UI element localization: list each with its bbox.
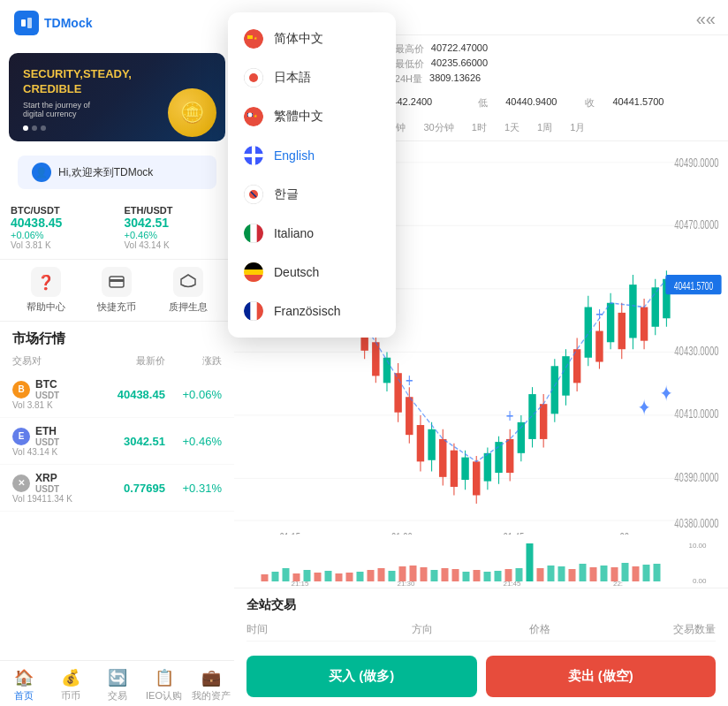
quick-pledge[interactable]: 质押生息 bbox=[153, 267, 224, 314]
svg-text:40470.0000: 40470.0000 bbox=[674, 217, 718, 232]
svg-rect-51 bbox=[406, 397, 413, 435]
btc-icon: B bbox=[12, 381, 30, 399]
stat-vol-val: 3809.13626 bbox=[429, 72, 481, 86]
list-item[interactable]: ✕ XRP USDT Vol 19411.34 K 0.77695 +0.31% bbox=[0, 465, 234, 512]
nav-coins[interactable]: 💰 币币 bbox=[47, 668, 94, 702]
ticker-btc-change: +0.06% bbox=[11, 230, 110, 240]
svg-rect-132 bbox=[527, 543, 534, 581]
tab-1w[interactable]: 1周 bbox=[530, 118, 559, 137]
svg-rect-116 bbox=[357, 572, 364, 581]
svg-rect-119 bbox=[389, 571, 396, 581]
list-item[interactable]: B BTC USDT Vol 3.81 K 40438.45 +0.06% bbox=[0, 371, 234, 418]
svg-rect-144 bbox=[654, 564, 661, 581]
svg-text:+: + bbox=[595, 303, 603, 325]
back-icon[interactable]: «« bbox=[696, 9, 716, 29]
nav-assets-label: 我的资产 bbox=[192, 689, 231, 702]
quick-help[interactable]: ❓ 帮助中心 bbox=[11, 267, 81, 314]
svg-rect-3 bbox=[110, 279, 124, 282]
eth-icon: E bbox=[12, 428, 30, 445]
nav-coins-label: 币币 bbox=[61, 689, 80, 702]
svg-rect-122 bbox=[421, 567, 428, 581]
tab-1d[interactable]: 1天 bbox=[497, 118, 527, 137]
ticker-eth-price: 3042.51 bbox=[125, 216, 224, 230]
lang-korean[interactable]: 한글 bbox=[228, 175, 396, 214]
buy-button[interactable]: 买入 (做多) bbox=[246, 656, 477, 697]
eth-change: +0.46% bbox=[165, 435, 222, 448]
btc-change: +0.06% bbox=[165, 388, 222, 401]
lang-japanese-label: 日本語 bbox=[274, 70, 311, 86]
lang-german[interactable]: Deutsch bbox=[228, 253, 396, 292]
list-item[interactable]: E ETH USDT Vol 43.14 K 3042.51 +0.46% bbox=[0, 418, 234, 465]
svg-rect-138 bbox=[590, 567, 597, 581]
svg-rect-126 bbox=[463, 572, 470, 581]
ticker-eth-change: +0.46% bbox=[125, 230, 224, 240]
svg-rect-59 bbox=[451, 451, 458, 487]
quick-pledge-label: 质押生息 bbox=[169, 300, 208, 314]
quick-recharge[interactable]: 快捷充币 bbox=[81, 267, 152, 314]
recharge-icon bbox=[102, 267, 132, 297]
xrp-icon: ✕ bbox=[12, 474, 30, 492]
ticker-eth-pair: ETH/USDT bbox=[125, 205, 224, 216]
svg-rect-137 bbox=[580, 564, 587, 581]
market-col-pair: 交易对 bbox=[12, 354, 80, 368]
svg-rect-67 bbox=[495, 442, 502, 473]
nav-trade[interactable]: 🔄 交易 bbox=[94, 668, 140, 702]
nav-home[interactable]: 🏠 首页 bbox=[0, 668, 47, 702]
lang-english-label: English bbox=[274, 148, 315, 163]
svg-rect-91 bbox=[629, 285, 636, 338]
welcome-bar: 👤 Hi,欢迎来到TDMock bbox=[18, 156, 216, 189]
svg-rect-0 bbox=[21, 19, 26, 27]
logo-icon bbox=[14, 11, 39, 35]
price-stats: 最高价 40722.47000 最低价 40235.66000 24H量 380… bbox=[395, 42, 488, 86]
tab-1m[interactable]: 1月 bbox=[563, 118, 592, 137]
lang-japanese[interactable]: 日本語 bbox=[228, 58, 396, 97]
flag-fr bbox=[244, 301, 263, 321]
nav-ieo[interactable]: 📋 IEO认购 bbox=[140, 668, 187, 702]
svg-rect-115 bbox=[346, 573, 353, 581]
ticker-eth[interactable]: ETH/USDT 3042.51 +0.46% Vol 43.14 K bbox=[125, 205, 224, 250]
tab-1h[interactable]: 1时 bbox=[465, 118, 494, 137]
svg-rect-69 bbox=[506, 439, 513, 473]
nav-ieo-label: IEO认购 bbox=[146, 689, 182, 702]
svg-text:✦: ✦ bbox=[638, 394, 650, 420]
svg-text:22:: 22: bbox=[613, 580, 623, 588]
lang-english[interactable]: English bbox=[228, 136, 396, 175]
language-dropdown[interactable]: ★ 简体中文 日本語 ★ 繁體中文 bbox=[228, 12, 396, 338]
banner-coin-icon: 🪙 bbox=[168, 88, 216, 137]
trade-col-qty: 交易数量 bbox=[598, 622, 716, 637]
btc-price: 40438.45 bbox=[80, 388, 165, 401]
lang-simplified-chinese[interactable]: ★ 简体中文 bbox=[228, 19, 396, 58]
svg-rect-123 bbox=[431, 570, 438, 581]
trade-icon: 🔄 bbox=[108, 668, 127, 687]
ohlc-low-label: 低 bbox=[478, 96, 488, 110]
flag-de bbox=[244, 262, 263, 282]
trade-col-price: 价格 bbox=[482, 622, 599, 637]
svg-text:40380.0000: 40380.0000 bbox=[674, 516, 718, 530]
svg-text:+: + bbox=[406, 369, 413, 391]
sell-button[interactable]: 卖出 (做空) bbox=[486, 656, 717, 697]
svg-rect-108 bbox=[272, 572, 279, 581]
stat-low-val: 40235.66000 bbox=[431, 57, 488, 71]
lang-italian[interactable]: Italiano bbox=[228, 214, 396, 253]
trade-col-time: 时间 bbox=[246, 622, 364, 637]
svg-rect-107 bbox=[262, 574, 269, 581]
svg-rect-125 bbox=[452, 569, 459, 581]
banner-dot-2 bbox=[32, 125, 37, 131]
banner-dot-3 bbox=[41, 125, 46, 131]
btc-name: B BTC USDT bbox=[12, 378, 80, 400]
lang-french[interactable]: Französisch bbox=[228, 292, 396, 330]
eth-base: USDT bbox=[35, 437, 59, 447]
ticker-btc[interactable]: BTC/USDT 40438.45 +0.06% Vol 3.81 K bbox=[11, 205, 110, 250]
nav-assets[interactable]: 💼 我的资产 bbox=[187, 668, 234, 702]
tab-30min[interactable]: 30分钟 bbox=[417, 118, 461, 137]
svg-rect-157 bbox=[247, 35, 253, 39]
welcome-text: Hi,欢迎来到TDMock bbox=[58, 165, 153, 180]
stat-low: 最低价 40235.66000 bbox=[395, 57, 488, 71]
svg-text:+: + bbox=[506, 405, 514, 427]
nav-trade-label: 交易 bbox=[108, 689, 127, 702]
xrp-change: +0.31% bbox=[165, 482, 222, 495]
svg-text:10.00: 10.00 bbox=[688, 542, 707, 550]
lang-traditional-chinese[interactable]: ★ 繁體中文 bbox=[228, 97, 396, 136]
svg-rect-129 bbox=[495, 571, 502, 581]
lang-korean-label: 한글 bbox=[274, 186, 299, 202]
